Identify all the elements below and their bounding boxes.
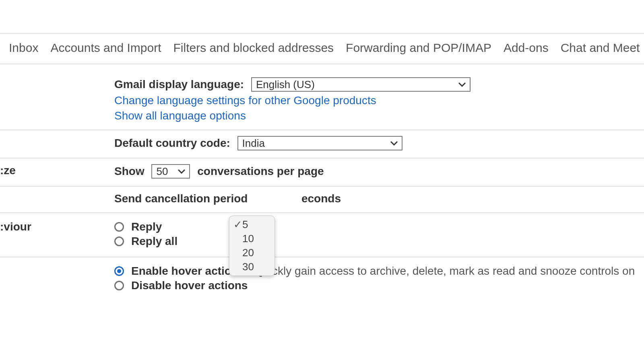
radio-disable-hover[interactable]: Disable hover actions — [114, 279, 644, 292]
undo-send-dropdown[interactable]: ✓ 5 10 20 30 — [229, 216, 275, 276]
page-size-label-truncated: ze: — [0, 158, 114, 177]
undo-send-option-10[interactable]: 10 — [229, 232, 275, 246]
radio-reply-all-label: Reply all — [131, 235, 178, 248]
page-size-value: 50 — [156, 165, 168, 178]
country-code-select[interactable]: India — [237, 136, 402, 150]
undo-send-option-20[interactable]: 20 — [229, 246, 275, 260]
country-code-label: Default country code: — [114, 137, 230, 149]
radio-icon — [114, 281, 124, 290]
tab-addons[interactable]: Add-ons — [504, 41, 549, 55]
country-code-value: India — [242, 137, 265, 150]
settings-tab-bar: Inbox Accounts and Import Filters and bl… — [0, 34, 644, 64]
language-select-value: English (US) — [256, 78, 315, 91]
enable-hover-label: Enable hover actions — [131, 265, 245, 277]
check-icon: ✓ — [233, 218, 242, 231]
radio-enable-hover[interactable]: Enable hover actions - Quickly gain acce… — [114, 265, 644, 278]
disable-hover-label: Disable hover actions — [131, 279, 248, 292]
undo-send-option-30[interactable]: 30 — [229, 260, 275, 274]
chevron-down-icon — [390, 141, 398, 146]
language-label: Gmail display language: — [114, 78, 244, 90]
chevron-down-icon — [178, 169, 185, 174]
tab-chat[interactable]: Chat and Meet — [561, 41, 640, 55]
language-select[interactable]: English (US) — [251, 77, 471, 92]
radio-reply-all[interactable]: Reply all — [114, 235, 644, 248]
radio-icon — [114, 266, 124, 276]
tab-accounts[interactable]: Accounts and Import — [50, 41, 161, 55]
link-show-all-language-options[interactable]: Show all language options — [114, 109, 644, 122]
undo-send-option-label: 10 — [242, 232, 254, 245]
enable-hover-desc: - Quickly gain access to archive, delete… — [245, 265, 635, 277]
undo-send-suffix: econds — [301, 192, 341, 205]
chevron-down-icon — [458, 82, 466, 87]
reply-behaviour-label-truncated: viour: — [0, 213, 114, 233]
link-change-language-other-products[interactable]: Change language settings for other Googl… — [114, 94, 644, 107]
header-blank — [0, 0, 644, 34]
undo-send-option-5[interactable]: ✓ 5 — [229, 218, 275, 232]
tab-forwarding[interactable]: Forwarding and POP/IMAP — [346, 41, 491, 55]
page-size-prefix: Show — [114, 165, 144, 177]
undo-send-option-label: 5 — [242, 218, 248, 231]
undo-send-prefix: Send cancellation period — [114, 192, 248, 205]
tab-filters[interactable]: Filters and blocked addresses — [173, 41, 334, 55]
page-size-select[interactable]: 50 — [151, 164, 190, 179]
page-size-suffix: conversations per page — [197, 165, 324, 177]
undo-send-option-label: 20 — [242, 247, 254, 259]
radio-icon — [114, 237, 124, 246]
radio-icon — [114, 222, 124, 232]
radio-reply-label: Reply — [131, 220, 162, 233]
undo-send-option-label: 30 — [242, 261, 254, 273]
radio-reply[interactable]: Reply — [114, 220, 644, 233]
tab-inbox[interactable]: Inbox — [9, 41, 38, 55]
